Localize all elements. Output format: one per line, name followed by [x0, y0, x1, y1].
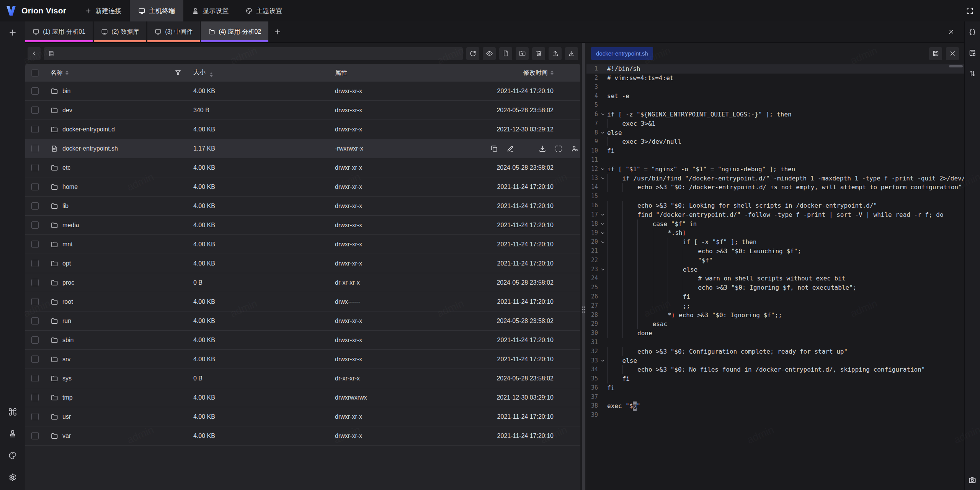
fold-toggle[interactable] [598, 356, 607, 365]
code-line[interactable]: 25echo >&3 "$0: Ignoring $f, not executa… [586, 283, 964, 292]
fold-toggle[interactable] [598, 238, 607, 247]
sidebar-theme-button[interactable] [6, 449, 19, 462]
close-editor-button[interactable] [946, 47, 959, 60]
code-line[interactable]: 4set -e [586, 92, 964, 101]
transfer-button[interactable] [967, 68, 978, 79]
menu-new-connection[interactable]: 新建连接 [76, 0, 130, 21]
code-editor[interactable]: 1#!/bin/sh2# vim:sw=4:ts=4:et34set -e56i… [586, 64, 964, 490]
sidebar-new-button[interactable] [6, 26, 19, 39]
row-checkbox[interactable] [31, 298, 39, 305]
code-line[interactable]: 5 [586, 101, 964, 110]
code-line[interactable]: 18case "$f" in [586, 220, 964, 229]
path-input[interactable] [44, 47, 463, 60]
code-line[interactable]: 20if [ -x "$f" ]; then [586, 238, 964, 247]
download-button[interactable] [565, 47, 578, 60]
fold-toggle[interactable] [598, 174, 607, 183]
code-line[interactable]: 32echo >&3 "$0: Configuration complete; … [586, 347, 964, 356]
row-checkbox[interactable] [31, 317, 39, 324]
new-tab-button[interactable] [268, 21, 287, 42]
table-row[interactable]: usr4.00 KBdrwxr-xr-x2021-11-24 17:20:10 [25, 407, 580, 426]
row-checkbox[interactable] [31, 183, 39, 190]
row-checkbox[interactable] [31, 87, 39, 95]
fold-toggle[interactable] [598, 110, 607, 119]
code-line[interactable]: 2# vim:sw=4:ts=4:et [586, 74, 964, 83]
table-row[interactable]: mnt4.00 KBdrwxr-xr-x2021-11-24 17:20:10 [25, 235, 580, 254]
download-button[interactable] [538, 144, 547, 153]
back-button[interactable] [28, 47, 41, 60]
sidebar-command-button[interactable] [6, 405, 19, 418]
row-checkbox[interactable] [31, 356, 39, 363]
snippets-button[interactable] [967, 48, 978, 58]
row-checkbox[interactable] [31, 394, 39, 401]
tab-4[interactable]: (4) 应用-分析02 [201, 21, 268, 42]
code-line[interactable]: 35fi [586, 374, 964, 383]
sidebar-display-settings-button[interactable] [6, 427, 19, 440]
row-checkbox[interactable] [31, 432, 39, 439]
sort-size-toggle[interactable] [210, 72, 213, 77]
row-checkbox[interactable] [31, 241, 39, 248]
code-line[interactable]: 21echo >&3 "$0: Launching $f"; [586, 247, 964, 256]
code-line[interactable]: 12if [ "$1" = "nginx" -o "$1" = "nginx-d… [586, 165, 964, 174]
code-line[interactable]: 9exec 3>/dev/null [586, 137, 964, 146]
row-checkbox[interactable] [31, 107, 39, 114]
upload-button[interactable] [549, 47, 562, 60]
table-row[interactable]: etc4.00 KBdrwxr-xr-x2024-05-28 23:58:02 [25, 158, 580, 177]
code-line[interactable]: 17find "/docker-entrypoint.d/" -follow -… [586, 210, 964, 220]
fold-toggle[interactable] [598, 210, 607, 220]
fold-toggle[interactable] [598, 128, 607, 138]
row-checkbox[interactable] [31, 145, 39, 152]
table-row[interactable]: lib4.00 KBdrwxr-xr-x2021-11-24 17:20:10 [25, 197, 580, 216]
row-checkbox[interactable] [31, 279, 39, 286]
refresh-button[interactable] [466, 47, 479, 60]
table-row[interactable]: srv4.00 KBdrwxr-xr-x2021-11-24 17:20:10 [25, 350, 580, 369]
row-checkbox[interactable] [31, 126, 39, 133]
code-line[interactable]: 8else [586, 128, 964, 138]
tab-3[interactable]: (3) 中间件 [147, 21, 200, 42]
table-row[interactable]: run4.00 KBdrwxr-xr-x2024-05-28 23:58:02 [25, 311, 580, 331]
code-line[interactable]: 3 [586, 83, 964, 92]
code-line[interactable]: 39 [586, 411, 964, 420]
edit-button[interactable] [506, 144, 514, 153]
delete-button[interactable] [522, 144, 531, 153]
sort-mtime-toggle[interactable] [550, 70, 554, 75]
save-button[interactable] [929, 47, 942, 60]
code-line[interactable]: 29esac [586, 320, 964, 329]
code-line[interactable]: 26fi [586, 292, 964, 302]
panel-splitter[interactable] [580, 43, 586, 490]
row-checkbox[interactable] [31, 336, 39, 344]
fold-toggle[interactable] [598, 265, 607, 274]
table-row[interactable]: docker-entrypoint.sh1.17 KB-rwxrwxr-x [25, 139, 580, 158]
code-line[interactable]: 6if [ -z "${NGINX_ENTRYPOINT_QUIET_LOGS:… [586, 110, 964, 119]
row-checkbox[interactable] [31, 202, 39, 210]
menu-host-terminal[interactable]: 主机终端 [130, 0, 183, 21]
code-line[interactable]: 14echo >&3 "$0: /docker-entrypoint.d/ is… [586, 183, 964, 192]
sidebar-settings-button[interactable] [6, 471, 19, 484]
code-line[interactable]: 19*.sh) [586, 228, 964, 238]
copy-button[interactable] [490, 144, 498, 153]
variables-button[interactable] [967, 27, 978, 38]
table-row[interactable]: media4.00 KBdrwxr-xr-x2021-11-24 17:20:1… [25, 216, 580, 235]
code-line[interactable]: 33else [586, 356, 964, 365]
code-line[interactable]: 23else [586, 265, 964, 274]
code-line[interactable]: 24# warn on shell scripts without exec b… [586, 274, 964, 283]
editor-scrollbar[interactable] [949, 65, 963, 67]
table-row[interactable]: sbin4.00 KBdrwxr-xr-x2021-11-24 17:20:10 [25, 331, 580, 350]
preview-button[interactable] [483, 47, 496, 60]
tab-2[interactable]: (2) 数据库 [94, 21, 146, 42]
row-checkbox[interactable] [31, 164, 39, 171]
select-all-checkbox[interactable] [31, 69, 39, 77]
table-row[interactable]: dev340 Bdrwxr-xr-x2024-05-28 23:58:02 [25, 101, 580, 120]
row-checkbox[interactable] [31, 413, 39, 420]
delete-button[interactable] [532, 47, 545, 60]
code-line[interactable]: 38exec "$@" [586, 402, 964, 411]
code-line[interactable]: 28*) echo >&3 "$0: Ignoring $f";; [586, 311, 964, 320]
table-row[interactable]: root4.00 KBdrwx------2021-11-24 17:20:10 [25, 292, 580, 311]
row-checkbox[interactable] [31, 260, 39, 267]
code-line[interactable]: 31 [586, 338, 964, 347]
owner-button[interactable] [570, 144, 579, 153]
code-line[interactable]: 30done [586, 329, 964, 338]
code-line[interactable]: 27;; [586, 302, 964, 311]
table-row[interactable]: var4.00 KBdrwxr-xr-x2021-11-24 17:20:10 [25, 426, 580, 446]
code-line[interactable]: 16echo >&3 "$0: Looking for shell script… [586, 201, 964, 210]
fold-toggle[interactable] [598, 165, 607, 174]
